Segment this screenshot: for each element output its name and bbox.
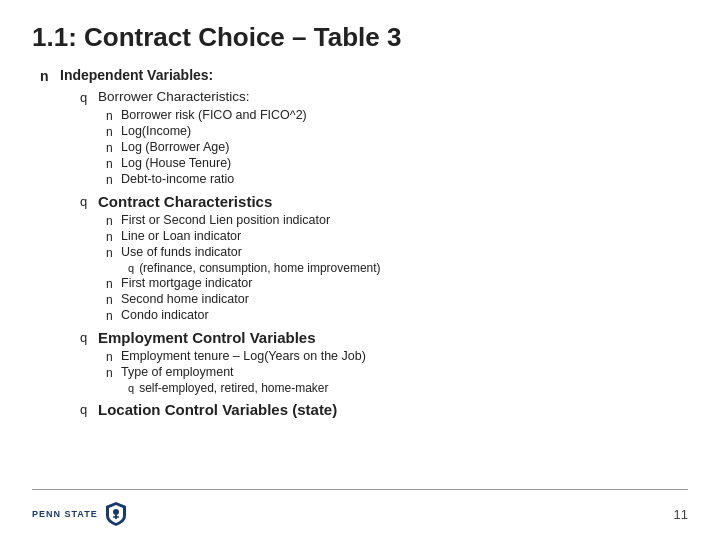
bullet-n-c2: n <box>106 246 116 260</box>
bullet-sq-0: q <box>128 262 134 274</box>
sub-item: n Second home indicator <box>106 292 381 307</box>
employment-item-0: Employment tenure – Log(Years on the Job… <box>121 349 366 363</box>
sub-item: n Type of employment <box>106 365 381 380</box>
level1-body: Independent Variables: q Borrower Charac… <box>60 67 381 424</box>
borrower-item-0: Borrower risk (FICO and FICO^2) <box>121 108 307 122</box>
sub-item: n Condo indicator <box>106 308 381 323</box>
bullet-n-c5: n <box>106 309 116 323</box>
bullet-n-c1: n <box>106 230 116 244</box>
footer: PENN STATE 11 <box>32 500 688 528</box>
contract-section: q Contract Characteristics n First or Se… <box>80 193 381 323</box>
contract-item-5: Condo indicator <box>121 308 209 322</box>
sub-item: n Borrower risk (FICO and FICO^2) <box>106 108 381 123</box>
sub-sub-item: q (refinance, consumption, home improvem… <box>128 261 381 275</box>
level1-item: n Independent Variables: q Borrower Char… <box>40 67 688 424</box>
sub-item: n First or Second Lien position indicato… <box>106 213 381 228</box>
penn-state-shield-icon <box>102 500 130 528</box>
borrower-item-1: Log(Income) <box>121 124 191 138</box>
sub-item: n Employment tenure – Log(Years on the J… <box>106 349 381 364</box>
employment-q-item: q Employment Control Variables <box>80 329 381 346</box>
contract-q-item: q Contract Characteristics <box>80 193 381 210</box>
location-label: Location Control Variables (state) <box>98 401 337 418</box>
page-number: 11 <box>674 507 688 522</box>
independent-variables-label: Independent Variables: <box>60 67 381 83</box>
borrower-item-2: Log (Borrower Age) <box>121 140 229 154</box>
bullet-q-location: q <box>80 402 92 417</box>
bullet-n-c0: n <box>106 214 116 228</box>
bullet-n-c3: n <box>106 277 116 291</box>
sub-item: n Line or Loan indicator <box>106 229 381 244</box>
sub-item: n Use of funds indicator <box>106 245 381 260</box>
use-of-funds-detail: (refinance, consumption, home improvemen… <box>139 261 380 275</box>
contract-item-1: Line or Loan indicator <box>121 229 241 243</box>
bullet-n: n <box>40 68 52 84</box>
employment-sub-list: n Employment tenure – Log(Years on the J… <box>106 349 381 395</box>
bullet-n-e1: n <box>106 366 116 380</box>
contract-item-3: First mortgage indicator <box>121 276 252 290</box>
penn-state-logo: PENN STATE <box>32 500 130 528</box>
contract-item-2: Use of funds indicator <box>121 245 242 259</box>
sub-item: n Debt-to-income ratio <box>106 172 381 187</box>
employment-item-1: Type of employment <box>121 365 234 379</box>
sub-item: n Log(Income) <box>106 124 381 139</box>
bullet-n-4: n <box>106 173 116 187</box>
borrower-q-item: q Borrower Characteristics: <box>80 89 381 105</box>
bullet-n-2: n <box>106 141 116 155</box>
logo-text: PENN STATE <box>32 509 98 519</box>
sub-item: n Log (Borrower Age) <box>106 140 381 155</box>
employment-type-detail: self-employed, retired, home-maker <box>139 381 328 395</box>
bullet-q-borrower: q <box>80 90 92 105</box>
contract-item-4: Second home indicator <box>121 292 249 306</box>
employment-type-sub: q self-employed, retired, home-maker <box>128 381 381 395</box>
sub-sub-item: q self-employed, retired, home-maker <box>128 381 381 395</box>
sub-item: n First mortgage indicator <box>106 276 381 291</box>
bullet-sq-e0: q <box>128 382 134 394</box>
use-of-funds-sub: q (refinance, consumption, home improvem… <box>128 261 381 275</box>
employment-label: Employment Control Variables <box>98 329 316 346</box>
borrower-item-4: Debt-to-income ratio <box>121 172 234 186</box>
slide-title: 1.1: Contract Choice – Table 3 <box>32 22 688 53</box>
footer-line <box>32 489 688 490</box>
contract-label: Contract Characteristics <box>98 193 272 210</box>
slide: 1.1: Contract Choice – Table 3 n Indepen… <box>0 0 720 540</box>
borrower-label: Borrower Characteristics: <box>98 89 250 104</box>
employment-section: q Employment Control Variables n Employm… <box>80 329 381 395</box>
bullet-n-1: n <box>106 125 116 139</box>
borrower-item-3: Log (House Tenure) <box>121 156 231 170</box>
borrower-section: q Borrower Characteristics: n Borrower r… <box>80 89 381 187</box>
bullet-q-employment: q <box>80 330 92 345</box>
sub-item: n Log (House Tenure) <box>106 156 381 171</box>
bullet-q-contract: q <box>80 194 92 209</box>
contract-sub-list: n First or Second Lien position indicato… <box>106 213 381 323</box>
location-section: q Location Control Variables (state) <box>80 401 381 418</box>
borrower-sub-list: n Borrower risk (FICO and FICO^2) n Log(… <box>106 108 381 187</box>
bullet-n-3: n <box>106 157 116 171</box>
location-q-item: q Location Control Variables (state) <box>80 401 381 418</box>
main-content: n Independent Variables: q Borrower Char… <box>32 67 688 424</box>
bullet-n-0: n <box>106 109 116 123</box>
bullet-n-c4: n <box>106 293 116 307</box>
bullet-n-e0: n <box>106 350 116 364</box>
contract-item-0: First or Second Lien position indicator <box>121 213 330 227</box>
